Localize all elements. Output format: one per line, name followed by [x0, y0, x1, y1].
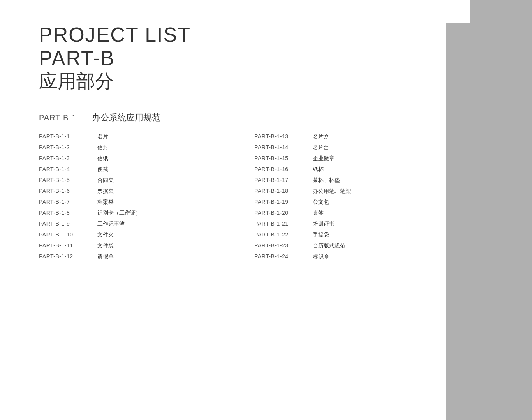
- item-code: PART-B-1-12: [39, 253, 90, 259]
- list-item: PART-B-1-14名片台: [254, 142, 439, 153]
- item-code: PART-B-1-1: [39, 133, 90, 139]
- item-name: 名片盒: [313, 133, 329, 140]
- list-item: PART-B-1-18办公用笔、笔架: [254, 186, 439, 197]
- item-code: PART-B-1-22: [254, 231, 305, 238]
- item-code: PART-B-1-9: [39, 221, 90, 227]
- item-code: PART-B-1-24: [254, 253, 305, 259]
- list-item: PART-B-1-22手提袋: [254, 229, 439, 240]
- list-item: PART-B-1-15企业徽章: [254, 153, 439, 164]
- list-item: PART-B-1-20桌签: [254, 208, 439, 219]
- item-name: 文件袋: [97, 242, 114, 249]
- list-item: PART-B-1-9工作记事簿: [39, 219, 223, 229]
- item-name: 名片台: [313, 144, 329, 151]
- item-name: 名片: [97, 133, 108, 140]
- fold-corner: [446, 0, 470, 23]
- item-name: 便笺: [97, 166, 108, 173]
- item-code: PART-B-1-20: [254, 210, 305, 216]
- main-content: PROJECT LIST PART-B 应用部分 PART-B-1 办公系统应用…: [39, 23, 439, 262]
- item-name: 请假单: [97, 253, 114, 260]
- item-code: PART-B-1-3: [39, 155, 90, 161]
- item-name: 合同夹: [97, 177, 114, 184]
- item-code: PART-B-1-13: [254, 133, 305, 139]
- list-item: PART-B-1-19公文包: [254, 197, 439, 208]
- list-item: PART-B-1-21培训证书: [254, 219, 439, 229]
- list-item: PART-B-1-7档案袋: [39, 197, 223, 208]
- item-name: 台历版式规范: [313, 242, 345, 249]
- list-item: PART-B-1-13名片盒: [254, 131, 439, 142]
- list-item: PART-B-1-24标识伞: [254, 251, 439, 262]
- item-code: PART-B-1-16: [254, 166, 305, 172]
- item-name: 纸杯: [313, 166, 324, 173]
- item-name: 手提袋: [313, 231, 329, 238]
- item-name: 企业徽章: [313, 155, 335, 162]
- items-column-right: PART-B-1-13名片盒PART-B-1-14名片台PART-B-1-15企…: [254, 131, 439, 262]
- item-code: PART-B-1-8: [39, 210, 90, 216]
- item-code: PART-B-1-17: [254, 177, 305, 183]
- list-item: PART-B-1-23台历版式规范: [254, 240, 439, 251]
- item-code: PART-B-1-11: [39, 242, 90, 249]
- item-code: PART-B-1-2: [39, 144, 90, 150]
- item-name: 桌签: [313, 210, 324, 217]
- list-item: PART-B-1-12请假单: [39, 251, 223, 262]
- item-code: PART-B-1-4: [39, 166, 90, 172]
- list-item: PART-B-1-8识别卡（工作证）: [39, 208, 223, 219]
- item-code: PART-B-1-21: [254, 221, 305, 227]
- title-section: PROJECT LIST PART-B 应用部分: [39, 23, 439, 92]
- title-line1: PROJECT LIST: [39, 23, 439, 47]
- section-heading: PART-B-1 办公系统应用规范: [39, 112, 439, 124]
- list-item: PART-B-1-5合同夹: [39, 175, 223, 186]
- item-name: 工作记事簿: [97, 221, 125, 228]
- item-name: 公文包: [313, 199, 329, 206]
- item-code: PART-B-1-14: [254, 144, 305, 150]
- item-name: 信纸: [97, 155, 108, 162]
- item-name: 识别卡（工作证）: [97, 210, 141, 217]
- items-grid: PART-B-1-1名片PART-B-1-2信封PART-B-1-3信纸PART…: [39, 131, 439, 262]
- item-code: PART-B-1-7: [39, 199, 90, 205]
- items-column-left: PART-B-1-1名片PART-B-1-2信封PART-B-1-3信纸PART…: [39, 131, 223, 262]
- list-item: PART-B-1-4便笺: [39, 164, 223, 175]
- title-line2: PART-B: [39, 47, 439, 70]
- right-sidebar: [446, 0, 532, 420]
- item-name: 茶杯、杯垫: [313, 177, 340, 184]
- item-code: PART-B-1-5: [39, 177, 90, 183]
- item-name: 办公用笔、笔架: [313, 188, 351, 195]
- title-line3: 应用部分: [39, 70, 439, 93]
- item-name: 信封: [97, 144, 108, 151]
- list-item: PART-B-1-10文件夹: [39, 229, 223, 240]
- item-name: 票据夹: [97, 188, 114, 195]
- section-title: 办公系统应用规范: [92, 112, 160, 124]
- list-item: PART-B-1-1名片: [39, 131, 223, 142]
- list-item: PART-B-1-2信封: [39, 142, 223, 153]
- item-code: PART-B-1-15: [254, 155, 305, 161]
- item-name: 文件夹: [97, 231, 114, 238]
- item-name: 标识伞: [313, 253, 329, 260]
- item-code: PART-B-1-10: [39, 231, 90, 238]
- item-name: 档案袋: [97, 199, 114, 206]
- list-item: PART-B-1-3信纸: [39, 153, 223, 164]
- section-code: PART-B-1: [39, 113, 76, 122]
- item-code: PART-B-1-18: [254, 188, 305, 194]
- list-item: PART-B-1-16纸杯: [254, 164, 439, 175]
- list-item: PART-B-1-11文件袋: [39, 240, 223, 251]
- item-code: PART-B-1-19: [254, 199, 305, 205]
- list-item: PART-B-1-17茶杯、杯垫: [254, 175, 439, 186]
- list-item: PART-B-1-6票据夹: [39, 186, 223, 197]
- item-name: 培训证书: [313, 221, 335, 228]
- item-code: PART-B-1-6: [39, 188, 90, 194]
- page-container: PROJECT LIST PART-B 应用部分 PART-B-1 办公系统应用…: [0, 0, 532, 420]
- item-code: PART-B-1-23: [254, 242, 305, 249]
